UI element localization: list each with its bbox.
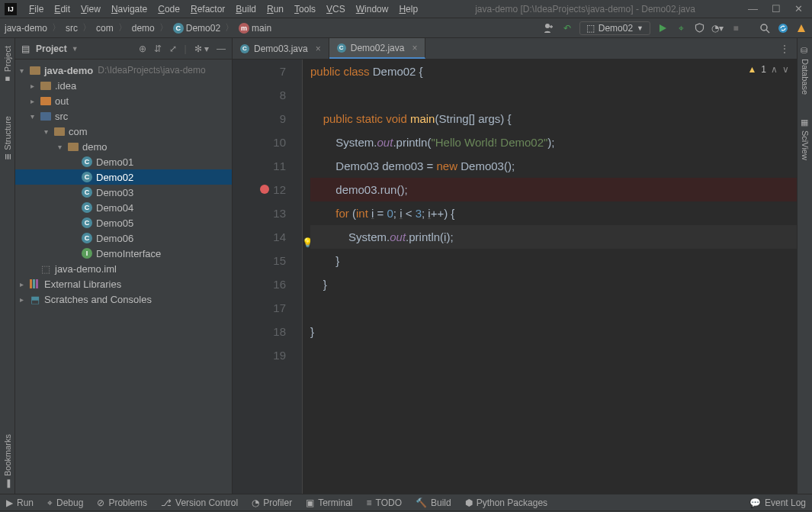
editor-gutter[interactable]: 7▶89▶1011121314💡1516171819 <box>233 60 292 494</box>
event-log-button[interactable]: 💬 Event Log <box>749 498 806 508</box>
tree-class-demo06[interactable]: CDemo06 <box>15 230 232 246</box>
tool-python-packages[interactable]: ⬢Python Packages <box>465 498 547 508</box>
menu-view[interactable]: View <box>76 2 105 16</box>
tree-external-libraries[interactable]: ▸External Libraries <box>15 276 232 291</box>
sciview-toolwindow-tab[interactable]: ▦SciView <box>798 113 811 165</box>
gutter-line-15[interactable]: 15 <box>233 249 286 272</box>
code-line-18[interactable]: } <box>310 320 797 343</box>
collapse-all-icon[interactable]: ⤢ <box>169 43 177 54</box>
code-line-9[interactable]: public static void main(String[] args) { <box>310 107 797 130</box>
gutter-line-19[interactable]: 19 <box>233 343 286 367</box>
coverage-button[interactable] <box>693 22 705 34</box>
next-highlight-icon[interactable]: ∨ <box>782 64 789 75</box>
breadcrumb-src[interactable]: src <box>66 23 78 34</box>
menu-file[interactable]: File <box>24 2 48 16</box>
menu-window[interactable]: Window <box>351 2 393 16</box>
close-tab-icon[interactable]: × <box>316 43 321 54</box>
tree-class-demo03[interactable]: CDemo03 <box>15 185 232 200</box>
bookmarks-toolwindow-tab[interactable]: ❚Bookmarks <box>1 430 14 494</box>
gutter-line-9[interactable]: 9▶ <box>233 107 286 130</box>
code-line-7[interactable]: public class Demo02 { <box>310 60 797 83</box>
code-line-19[interactable] <box>310 343 797 367</box>
tree-demo-package[interactable]: ▾demo <box>15 139 232 154</box>
gutter-line-17[interactable]: 17 <box>233 296 286 320</box>
editor-tab-demo03-java[interactable]: CDemo03.java× <box>233 38 329 59</box>
expand-all-icon[interactable]: ⇵ <box>154 43 162 54</box>
back-icon[interactable]: ↶ <box>561 22 573 34</box>
breadcrumb-demo02[interactable]: CDemo02 <box>173 23 220 34</box>
database-toolwindow-tab[interactable]: ⛁Database <box>798 41 811 99</box>
fold-strip[interactable] <box>292 60 303 494</box>
gutter-line-8[interactable]: 8 <box>233 83 286 107</box>
search-icon[interactable] <box>759 22 771 34</box>
tree-class-demo01[interactable]: CDemo01 <box>15 154 232 169</box>
gutter-line-10[interactable]: 10 <box>233 130 286 154</box>
breadcrumb-com[interactable]: com <box>96 23 114 34</box>
code-line-11[interactable]: Demo03 demo03 = new Demo03(); <box>310 154 797 178</box>
close-tab-icon[interactable]: × <box>412 43 417 53</box>
menu-vcs[interactable]: VCS <box>322 2 350 16</box>
run-config-selector[interactable]: ⬚ Demo02 ▼ <box>579 21 650 35</box>
stop-button[interactable]: ■ <box>730 22 742 34</box>
gutter-line-11[interactable]: 11 <box>233 154 286 178</box>
tool-problems[interactable]: ⊘Problems <box>97 498 147 508</box>
ide-features-icon[interactable] <box>795 22 807 34</box>
profile-button[interactable]: ◔▾ <box>711 22 724 34</box>
project-toolwindow-tab[interactable]: ■Project <box>2 41 14 89</box>
inspection-widget[interactable]: ▲ 1 ∧ ∨ <box>747 64 789 75</box>
breadcrumb-java-demo[interactable]: java-demo <box>5 23 47 34</box>
tool-run[interactable]: ▶Run <box>6 498 34 508</box>
settings-icon[interactable]: ✻ ▾ <box>194 43 209 54</box>
breadcrumb-main[interactable]: mmain <box>239 23 271 34</box>
menu-help[interactable]: Help <box>394 2 422 16</box>
add-user-icon[interactable] <box>543 22 555 34</box>
tool-profiler[interactable]: ◔Profiler <box>252 498 292 508</box>
gutter-line-12[interactable]: 12 <box>233 178 286 201</box>
tree-idea-folder[interactable]: ▸.idea <box>15 78 232 93</box>
structure-toolwindow-tab[interactable]: ≣Structure <box>1 111 14 165</box>
gutter-line-7[interactable]: 7▶ <box>233 60 286 83</box>
menu-tools[interactable]: Tools <box>290 2 320 16</box>
tree-src-folder[interactable]: ▾src <box>15 108 232 124</box>
menu-navigate[interactable]: Navigate <box>107 2 152 16</box>
breakpoint-icon[interactable] <box>260 185 269 194</box>
minimize-button[interactable]: — <box>748 3 758 14</box>
gutter-line-13[interactable]: 13 <box>233 201 286 225</box>
prev-highlight-icon[interactable]: ∧ <box>771 64 778 75</box>
code-line-16[interactable]: } <box>310 272 797 296</box>
tree-interface[interactable]: IDemoInterface <box>15 246 232 261</box>
tree-com-package[interactable]: ▾com <box>15 124 232 139</box>
run-button[interactable] <box>656 22 669 34</box>
tool-version-control[interactable]: ⎇Version Control <box>161 498 238 508</box>
code-content[interactable]: ▲ 1 ∧ ∨ public class Demo02 { public sta… <box>303 60 797 494</box>
project-sidebar-title[interactable]: Project ▼ <box>36 43 79 54</box>
tree-class-demo05[interactable]: CDemo05 <box>15 215 232 230</box>
tool-debug[interactable]: ⌖Debug <box>47 498 83 508</box>
tool-todo[interactable]: ≡TODO <box>367 498 402 508</box>
tool-terminal[interactable]: ▣Terminal <box>306 498 352 508</box>
hide-icon[interactable]: — <box>217 43 226 54</box>
code-line-8[interactable] <box>310 83 797 107</box>
menu-build[interactable]: Build <box>231 2 261 16</box>
debug-button[interactable]: ⌖ <box>675 22 687 34</box>
code-line-15[interactable]: } <box>310 249 797 272</box>
tree-iml-file[interactable]: ⬚java-demo.iml <box>15 261 232 276</box>
menu-run[interactable]: Run <box>262 2 288 16</box>
project-tree[interactable]: ▾ java-demoD:\IdeaProjects\java-demo ▸.i… <box>15 60 232 494</box>
tree-out-folder[interactable]: ▸out <box>15 93 232 108</box>
maximize-button[interactable]: ☐ <box>772 3 781 14</box>
code-line-12[interactable]: demo03.run(); <box>310 178 797 201</box>
gutter-line-18[interactable]: 18 <box>233 320 286 343</box>
editor-tab-demo02-java[interactable]: CDemo02.java× <box>329 38 426 59</box>
tool-build[interactable]: 🔨Build <box>416 498 451 508</box>
close-button[interactable]: ✕ <box>794 3 803 14</box>
tree-scratches[interactable]: ▸⬒Scratches and Consoles <box>15 291 232 307</box>
code-line-10[interactable]: System.out.println("Hello World! Demo02"… <box>310 130 797 154</box>
breadcrumb-demo[interactable]: demo <box>132 23 155 34</box>
gutter-line-16[interactable]: 16 <box>233 272 286 296</box>
code-line-17[interactable] <box>310 296 797 320</box>
tree-class-demo04[interactable]: CDemo04 <box>15 200 232 215</box>
sync-icon[interactable] <box>777 22 789 34</box>
menu-refactor[interactable]: Refactor <box>186 2 229 16</box>
code-editor[interactable]: 7▶89▶1011121314💡1516171819 ▲ 1 ∧ ∨ publi… <box>233 60 797 494</box>
